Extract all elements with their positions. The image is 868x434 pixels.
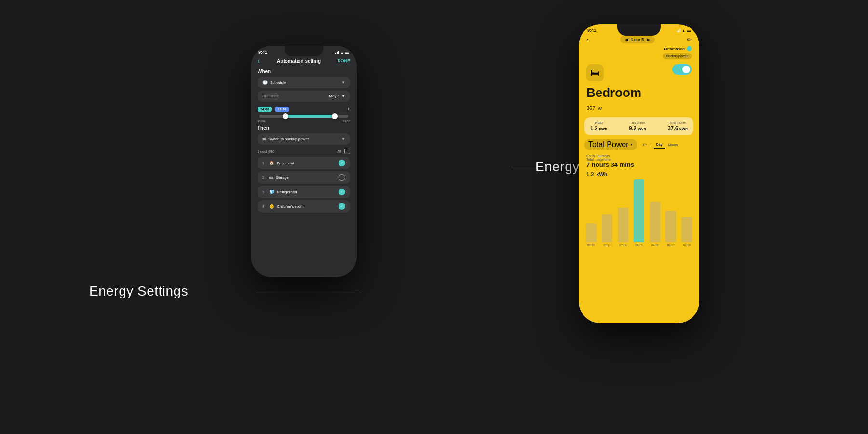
check-1: ✓ [339,160,345,166]
backup-power-icon: ⇄ [262,136,266,141]
bar-date-4: 07/16 [649,244,662,247]
usage-label: Total usage time [586,158,692,161]
time-badges: 14:00 19:00 + [258,106,350,112]
wifi-icon-right: ▲ [682,29,685,32]
bar-1[interactable] [602,214,612,243]
power-type-dropdown[interactable]: Total Power ▼ [584,139,637,150]
line-prev-icon[interactable]: ◀ [625,37,628,42]
stat-month-value: 37.6 kWh [668,125,688,131]
edit-icon[interactable]: ✏ [687,36,692,43]
device-row-childrens-room[interactable]: 4 👶 Children's room ✓ [258,200,350,213]
chevron-down-icon: ▼ [341,81,345,85]
bar-col-3 [632,179,645,242]
device-row-garage[interactable]: 2 🏘 Garage [258,171,350,184]
stat-week: This week 9.2 kWh [629,121,646,131]
bar-col-4 [649,179,662,242]
stat-today: Today 1.2 kWh [590,121,607,131]
slider-thumb-right[interactable] [332,113,338,119]
bar-date-0: 07/12 [584,244,597,247]
status-time-left: 9:41 [258,50,267,54]
tab-month[interactable]: Month [666,142,680,148]
usage-hours: 7 hours 34 mins [586,161,692,168]
bar-date-1: 07/13 [600,244,613,247]
bar-6[interactable] [681,217,692,242]
device-num-2: 2 [262,176,266,179]
kwh-unit: kWh [596,171,607,177]
notch-left [285,46,323,56]
back-button[interactable]: ‹ [258,56,260,65]
stat-today-label: Today [590,121,607,124]
automation-active-dot [687,46,692,51]
slider-thumb-left[interactable] [283,113,288,119]
bar-col-1 [600,179,613,242]
done-button[interactable]: DONE [338,58,350,63]
room-power-toggle[interactable] [672,64,692,75]
room-header: 🛏 [579,62,699,85]
tab-day[interactable]: Day [654,141,665,149]
connector-line-left [256,293,362,293]
add-button[interactable]: + [347,106,350,112]
bar-0[interactable] [586,223,597,242]
watts-unit: w [598,105,602,111]
chevron-power-icon: ▼ [630,143,633,146]
stat-month-label: This month [668,121,688,124]
status-icons-left: ▲ ▬ [335,50,349,54]
time-start-badge[interactable]: 14:00 [258,107,272,112]
energy-settings-label: Energy Settings [89,284,188,299]
tab-hour[interactable]: Hour [641,142,653,148]
device-row-refrigerator[interactable]: 3 🧊 Refrigerator ✓ [258,186,350,198]
slider-labels: 00:00 24:00 [258,120,350,122]
select-count: Select 4/10 [258,150,274,153]
signal-icon-right [677,28,680,32]
bar-2[interactable] [618,208,628,243]
bar-3[interactable] [634,179,644,242]
usage-kwh: 1.2 kWh [586,168,692,178]
clock-icon: 🕐 [262,80,268,85]
device-num-1: 1 [262,162,266,165]
left-phone-content: ‹ Automation setting DONE When 🕐 Schedul… [251,54,357,213]
bar-col-0 [584,179,597,242]
check-3: ✓ [339,189,345,195]
check-4: ✓ [339,203,345,210]
backup-power-badge[interactable]: Backup power [663,53,692,59]
schedule-dropdown[interactable]: 🕐 Schedule ▼ [258,77,350,88]
bar-5[interactable] [665,211,676,242]
device-name-3: Refrigerator [277,190,339,194]
automation-badge: Automation [664,46,692,51]
date-info: 07/15 Thursday Total usage time 7 hours … [579,153,699,179]
automation-row: Automation [579,46,699,53]
schedule-label: Schedule [270,81,286,85]
bar-date-5: 07/17 [665,244,678,247]
stat-today-value: 1.2 kWh [590,125,607,131]
room-name: Bedroom [579,85,699,101]
chevron-down-icon-3: ▼ [341,137,345,141]
bar-col-2 [616,179,629,242]
device-row-basement[interactable]: 1 🏠 Basement ✓ [258,157,350,169]
page-title: Automation setting [277,58,321,64]
device-name-1: Basement [277,161,339,165]
backup-power-label: Switch to backup power [268,137,309,141]
chevron-down-icon-2: ▼ [341,94,345,98]
back-button-right[interactable]: ‹ [586,36,589,43]
phone-right: 9:41 ▲ ▬ ‹ ◀ Line 5 ▶ ✏ [579,24,699,323]
device-name-4: Children's room [277,204,339,209]
automation-label: Automation [664,47,685,51]
status-time-right: 9:41 [587,28,596,33]
select-header: Select 4/10 All [258,149,350,154]
bar-4[interactable] [650,202,660,243]
backup-power-row[interactable]: ⇄ Switch to backup power ▼ [258,133,350,145]
room-watts: 367 w [579,101,699,117]
line-next-icon[interactable]: ▶ [647,37,650,42]
device-num-4: 4 [262,205,266,208]
screen-right: 9:41 ▲ ▬ ‹ ◀ Line 5 ▶ ✏ [579,24,699,323]
select-all-checkbox[interactable] [344,149,350,154]
time-slider-track[interactable] [259,115,348,118]
then-label: Then [258,125,350,131]
time-end-badge[interactable]: 19:00 [275,107,289,112]
all-label: All [337,150,341,153]
slider-fill [285,115,336,118]
stats-card: Today 1.2 kWh This week 9.2 kWh This mon… [584,117,693,135]
run-once-row[interactable]: Run once May 8 ▼ [258,91,350,102]
line-selector[interactable]: ◀ Line 5 ▶ [620,36,655,43]
device-name-2: Garage [276,176,339,180]
